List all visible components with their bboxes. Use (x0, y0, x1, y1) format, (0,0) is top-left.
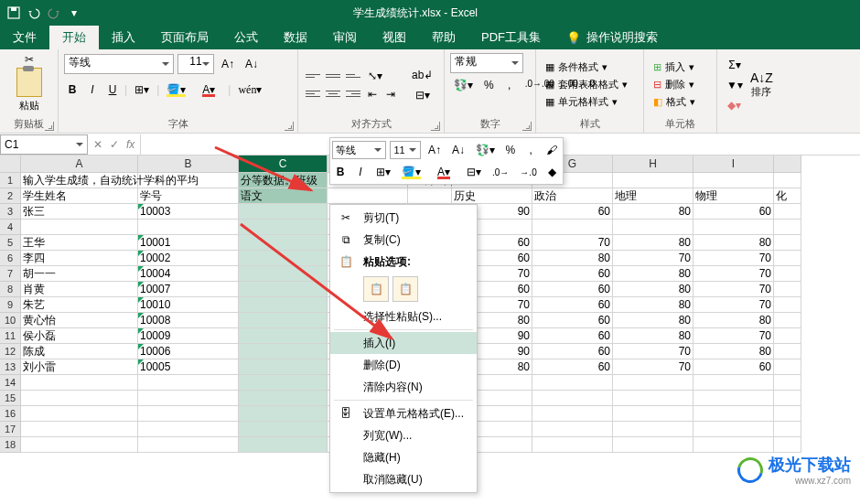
alignment-dialog-launcher[interactable] (431, 122, 440, 131)
cell-A11[interactable]: 侯小磊 (21, 328, 138, 344)
row-header-13[interactable]: 13 (0, 359, 21, 375)
ctx-hide[interactable]: 隐藏(H) (330, 446, 477, 468)
cell-C9[interactable] (239, 297, 328, 313)
cell-B15[interactable] (138, 391, 239, 406)
cell-H9[interactable]: 80 (613, 297, 693, 313)
mini-font-select[interactable]: 等线 (332, 141, 386, 159)
cell-C2[interactable]: 语文 (239, 188, 328, 204)
save-icon[interactable] (7, 6, 20, 19)
border-button[interactable]: ⊞▾ (131, 81, 153, 98)
cell-H12[interactable]: 70 (613, 344, 693, 359)
sort-filter-button[interactable]: A↓Z 排序 (750, 70, 773, 99)
cell-H5[interactable]: 80 (613, 235, 693, 251)
row-header-12[interactable]: 12 (0, 344, 21, 359)
indent-inc-button[interactable]: ⇥ (382, 86, 399, 102)
format-cells-button[interactable]: ◧格式▾ (650, 93, 699, 111)
undo-icon[interactable] (27, 6, 40, 19)
col-header-C[interactable]: C (239, 155, 328, 173)
cell-J7[interactable] (774, 266, 801, 282)
cell-I3[interactable]: 60 (693, 204, 774, 220)
cell-A6[interactable]: 李四 (21, 251, 138, 266)
cell-A15[interactable] (21, 391, 138, 406)
clipboard-dialog-launcher[interactable] (45, 122, 54, 131)
cell-J4[interactable] (774, 220, 801, 235)
cell-J6[interactable] (774, 251, 801, 266)
mini-clear-format[interactable]: ◆ (544, 164, 561, 180)
cell-J13[interactable] (774, 359, 801, 375)
number-format-select[interactable]: 常规 (450, 53, 523, 73)
cell-C1[interactable]: 分等数据。班级 (239, 173, 328, 188)
mini-dec-inc[interactable]: .0→ (489, 166, 512, 179)
cell-H18[interactable] (613, 437, 693, 453)
align-middle-button[interactable] (324, 68, 342, 84)
tab-formulas[interactable]: 公式 (221, 26, 271, 49)
tab-view[interactable]: 视图 (370, 26, 419, 49)
ctx-paste-special[interactable]: 选择性粘贴(S)... (330, 306, 477, 327)
mini-border[interactable]: ⊞▾ (372, 164, 394, 180)
cell-A17[interactable] (21, 422, 138, 437)
fill-button[interactable]: ▼▾ (723, 77, 747, 93)
cell-A16[interactable] (21, 406, 138, 422)
cell-J11[interactable] (774, 328, 801, 344)
row-header-17[interactable]: 17 (0, 422, 21, 437)
cell-G10[interactable]: 60 (532, 313, 613, 328)
cell-C10[interactable] (239, 313, 328, 328)
cell-H2[interactable]: 地理 (613, 188, 693, 204)
cell-styles-button[interactable]: ▦单元格样式▾ (542, 93, 631, 111)
font-color-button[interactable]: A▾ (199, 81, 224, 98)
cell-C5[interactable] (239, 235, 328, 251)
number-dialog-launcher[interactable] (522, 122, 532, 131)
cell-C3[interactable] (239, 204, 328, 220)
cell-G4[interactable] (532, 220, 613, 235)
row-header-11[interactable]: 11 (0, 328, 21, 344)
cell-F2[interactable]: 历史 (452, 188, 532, 204)
cell-C8[interactable] (239, 282, 328, 297)
cell-H10[interactable]: 80 (613, 313, 693, 328)
cell-A9[interactable]: 朱艺 (21, 297, 138, 313)
cell-J3[interactable] (774, 204, 801, 220)
cell-H11[interactable]: 80 (613, 328, 693, 344)
col-header-I[interactable]: I (693, 155, 774, 173)
cell-C17[interactable] (239, 422, 328, 437)
cell-G15[interactable] (532, 391, 613, 406)
cell-I15[interactable] (693, 391, 774, 406)
cell-G13[interactable]: 60 (532, 359, 613, 375)
tab-review[interactable]: 审阅 (320, 26, 370, 49)
cell-I9[interactable]: 70 (693, 297, 774, 313)
mini-bold[interactable]: B (332, 164, 349, 180)
cell-B16[interactable] (138, 406, 239, 422)
col-header-A[interactable]: A (21, 155, 138, 173)
tab-layout[interactable]: 页面布局 (148, 26, 221, 49)
row-header-14[interactable]: 14 (0, 375, 21, 391)
cell-B1[interactable] (138, 173, 239, 188)
cell-C15[interactable] (239, 391, 328, 406)
cell-H3[interactable]: 80 (613, 204, 693, 220)
fx-icon[interactable]: fx (126, 138, 134, 151)
ctx-clear[interactable]: 清除内容(N) (330, 376, 477, 398)
cell-H8[interactable]: 80 (613, 282, 693, 297)
increase-font-icon[interactable]: A↑ (218, 56, 238, 72)
cell-G18[interactable] (532, 437, 613, 453)
fill-color-button[interactable]: 🪣▾ (163, 81, 195, 98)
cell-B14[interactable] (138, 375, 239, 391)
cell-E2[interactable] (408, 188, 452, 204)
cell-A1[interactable]: 输入学生成绩，自动统计学科的平均 (21, 173, 138, 188)
wrap-text-button[interactable]: ab↲ (408, 67, 436, 83)
cell-G3[interactable]: 60 (532, 204, 613, 220)
cell-G5[interactable]: 70 (532, 235, 613, 251)
cell-A10[interactable]: 黄心怡 (21, 313, 138, 328)
tell-me-search[interactable]: 💡 操作说明搜索 (554, 29, 658, 46)
insert-cells-button[interactable]: ⊞插入▾ (650, 59, 699, 76)
indent-dec-button[interactable]: ⇤ (364, 86, 381, 102)
cell-G14[interactable] (532, 375, 613, 391)
cell-B18[interactable] (138, 437, 239, 453)
mini-merge[interactable]: ⊟▾ (463, 164, 485, 180)
cell-C13[interactable] (239, 359, 328, 375)
ctx-cut[interactable]: ✂剪切(T) (330, 207, 477, 229)
cell-I8[interactable]: 70 (693, 282, 774, 297)
cell-B5[interactable]: 10001 (138, 235, 239, 251)
cell-I7[interactable]: 70 (693, 266, 774, 282)
mini-comma[interactable]: , (522, 142, 539, 158)
row-header-4[interactable]: 4 (0, 220, 21, 235)
ctx-format-cells[interactable]: 🗄设置单元格格式(E)... (330, 402, 477, 424)
